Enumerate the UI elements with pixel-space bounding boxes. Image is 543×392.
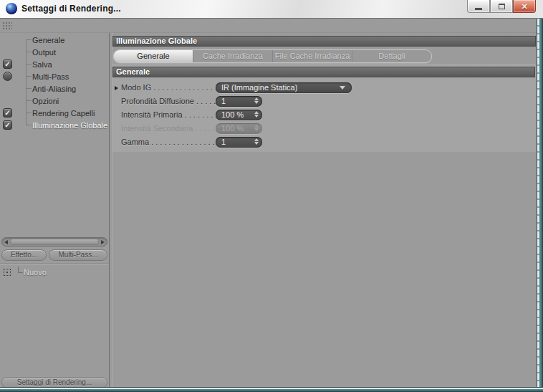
- field-label-wrap: Gamma: [115, 138, 216, 146]
- tab-cache-irradianza[interactable]: Cache Irradianza: [193, 50, 273, 62]
- field-label-wrap: Modo IG: [115, 83, 216, 92]
- scroll-right-icon[interactable]: [101, 240, 105, 244]
- chevron-down-icon: [340, 86, 345, 90]
- field-label-wrap: Profondità Diffusione: [115, 97, 216, 105]
- step-up-icon[interactable]: [254, 97, 259, 100]
- stepper-arrows[interactable]: [254, 138, 259, 145]
- sidebar-horizontal-scrollbar[interactable]: [1, 237, 107, 247]
- step-up-icon[interactable]: [254, 111, 259, 114]
- tree-branch-line: [26, 88, 32, 89]
- window-controls: ✕: [467, 0, 536, 13]
- effect-list-item-nuovo[interactable]: Nuovo: [0, 267, 109, 278]
- field-value: 1: [221, 96, 226, 107]
- intensit-primaria-input[interactable]: 100 %: [216, 110, 262, 120]
- dot-leader: [149, 138, 216, 146]
- tree-branch-line: [26, 125, 32, 125]
- sidebar-item-label: Output: [32, 48, 56, 57]
- gamma-input[interactable]: 1: [216, 137, 262, 148]
- effect-icon: [4, 269, 11, 276]
- tab-dettagli[interactable]: Dettagli: [352, 50, 431, 62]
- checkmark-icon: ✓: [4, 60, 10, 68]
- app-sphere-icon: [6, 3, 17, 14]
- maximize-icon: [499, 4, 505, 9]
- stepper-arrows[interactable]: [254, 111, 259, 118]
- expander-triangle-icon[interactable]: [115, 86, 118, 90]
- sidebar-item-rendering-capelli[interactable]: ✓Rendering Capelli: [0, 107, 109, 119]
- window-titlebar[interactable]: Settaggi di Rendering... ✕: [0, 0, 543, 19]
- dot-leader: [193, 124, 216, 133]
- sidebar-item-label: Multi-Pass: [32, 72, 69, 81]
- tab-generale[interactable]: Generale: [114, 50, 193, 62]
- field-row-profondit-diffusione: Profondità Diffusione1: [115, 95, 532, 107]
- effect-button[interactable]: Effetto...: [1, 249, 47, 261]
- stepper-arrows[interactable]: [254, 97, 259, 104]
- close-icon: ✕: [521, 0, 527, 13]
- checkbox-illuminazione-globale[interactable]: ✓: [3, 120, 12, 130]
- field-label: Intensità Secondaria: [121, 124, 193, 133]
- sidebar-item-label: Salva: [32, 60, 52, 69]
- window-title: Settaggi di Rendering...: [21, 0, 121, 18]
- effect-item-label: Nuovo: [23, 268, 47, 277]
- panel-title: Illuminazione Globale: [112, 36, 536, 47]
- dot-leader: [194, 97, 216, 105]
- sidebar-item-opzioni[interactable]: Opzioni: [0, 95, 109, 107]
- sidebar-item-anti-aliasing[interactable]: Anti-Aliasing: [0, 82, 109, 95]
- settings-sidebar: GeneraleOutput✓SalvaMulti-PassAnti-Alias…: [0, 33, 109, 387]
- field-label: Gamma: [121, 138, 149, 146]
- field-row-intensit-primaria: Intensità Primaria100 %: [115, 109, 532, 120]
- tab-bar: GeneraleCache IrradianzaFile Cache Irrad…: [113, 49, 432, 63]
- tree-branch-line: [26, 52, 32, 52]
- form-area: Generale Modo IGIR (Immagine Statica)Pro…: [112, 64, 536, 152]
- sidebar-item-salva[interactable]: ✓Salva: [0, 58, 109, 70]
- sidebar-item-output[interactable]: Output: [0, 46, 109, 58]
- step-up-icon[interactable]: [254, 125, 259, 128]
- tree-branch-line: [26, 64, 32, 64]
- intensit-secondaria-input: 100 %: [216, 123, 262, 134]
- scrollbar-thumb[interactable]: [10, 239, 99, 245]
- tab-file-cache-irradianza[interactable]: File Cache Irradianza: [273, 50, 352, 62]
- step-down-icon[interactable]: [254, 142, 259, 145]
- step-down-icon[interactable]: [254, 115, 259, 118]
- window-resize-edge-right[interactable]: [537, 19, 543, 387]
- field-value: IR (Immagine Statica): [221, 82, 297, 93]
- close-button[interactable]: ✕: [513, 0, 536, 13]
- scroll-left-icon[interactable]: [4, 240, 8, 244]
- minimize-button[interactable]: [467, 0, 490, 13]
- step-down-icon[interactable]: [254, 101, 259, 104]
- sidebar-item-label: Rendering Capelli: [32, 109, 95, 118]
- tree-branch-icon: [18, 267, 23, 273]
- dot-leader: [183, 110, 216, 119]
- window-resize-edge-bottom[interactable]: [0, 387, 543, 392]
- field-row-gamma: Gamma1: [115, 136, 532, 148]
- field-value: 1: [221, 137, 226, 148]
- checkmark-icon: ✓: [4, 109, 10, 117]
- minimize-icon: [475, 8, 482, 10]
- tree-branch-line: [26, 39, 32, 40]
- maximize-button[interactable]: [490, 0, 513, 13]
- sidebar-item-generale[interactable]: Generale: [0, 34, 109, 46]
- field-row-intensit-secondaria: Intensità Secondaria100 %: [115, 123, 532, 134]
- main-panel: Illuminazione Globale GeneraleCache Irra…: [112, 33, 537, 387]
- toolbar-strip: [0, 19, 543, 33]
- checkbox-salva[interactable]: ✓: [3, 59, 12, 69]
- sidebar-item-label: Illuminazione Globale: [32, 121, 107, 130]
- modo-ig-dropdown[interactable]: IR (Immagine Statica): [216, 82, 352, 93]
- field-row-modo-ig: Modo IGIR (Immagine Statica): [115, 82, 532, 93]
- field-label-wrap: Intensità Primaria: [115, 110, 216, 119]
- profondit-diffusione-input[interactable]: 1: [216, 96, 262, 107]
- step-up-icon[interactable]: [254, 138, 259, 141]
- checkbox-rendering-capelli[interactable]: ✓: [3, 108, 12, 118]
- stepper-arrows[interactable]: [254, 125, 259, 131]
- sidebar-item-multi-pass[interactable]: Multi-Pass: [0, 70, 109, 82]
- checkbox-multi-pass[interactable]: [3, 72, 12, 81]
- multipass-button[interactable]: Multi-Pass...: [49, 249, 107, 261]
- step-down-icon[interactable]: [254, 128, 259, 131]
- sidebar-item-illuminazione-globale[interactable]: ✓Illuminazione Globale: [0, 119, 109, 131]
- tree-branch-line: [26, 100, 32, 101]
- field-label: Modo IG: [121, 83, 151, 92]
- section-header: Generale: [112, 67, 535, 77]
- field-label: Profondità Diffusione: [121, 97, 194, 105]
- drag-grip-handle[interactable]: [2, 21, 12, 31]
- field-label: Intensità Primaria: [121, 110, 183, 119]
- render-settings-window: Settaggi di Rendering... ✕ GeneraleOutpu…: [0, 0, 543, 392]
